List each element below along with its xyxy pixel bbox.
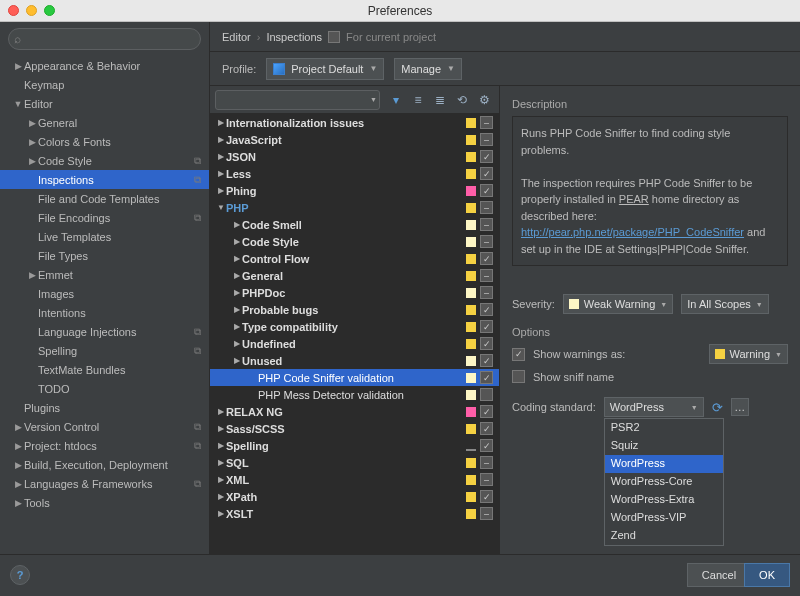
desc-link[interactable]: http://pear.php.net/package/PHP_CodeSnif… <box>521 226 744 238</box>
inspection-checkbox[interactable]: – <box>480 456 493 469</box>
inspection-row[interactable]: ▼PHP– <box>210 199 499 216</box>
sidebar-item-version-control[interactable]: ▶Version Control⧉ <box>0 417 209 436</box>
inspection-row[interactable]: PHP Mess Detector validation <box>210 386 499 403</box>
search-input[interactable] <box>8 28 201 50</box>
inspection-checkbox[interactable]: ✓ <box>480 422 493 435</box>
inspection-row[interactable]: ▶Undefined✓ <box>210 335 499 352</box>
sidebar-item-plugins[interactable]: Plugins <box>0 398 209 417</box>
inspection-row[interactable]: ▶Less✓ <box>210 165 499 182</box>
inspection-row[interactable]: ▶Unused✓ <box>210 352 499 369</box>
inspection-row[interactable]: ▶JavaScript– <box>210 131 499 148</box>
sidebar-item-keymap[interactable]: Keymap <box>0 75 209 94</box>
inspection-checkbox[interactable]: ✓ <box>480 320 493 333</box>
inspection-checkbox[interactable]: – <box>480 235 493 248</box>
coding-standard-dropdown[interactable]: WordPress ▼ PSR2SquizWordPressWordPress-… <box>604 397 704 417</box>
inspection-row[interactable]: ▶Code Smell– <box>210 216 499 233</box>
inspection-checkbox[interactable]: ✓ <box>480 252 493 265</box>
inspection-checkbox[interactable]: ✓ <box>480 439 493 452</box>
inspection-checkbox[interactable]: – <box>480 269 493 282</box>
refresh-icon[interactable]: ⟳ <box>712 400 723 415</box>
inspection-row[interactable]: ▶Spelling✓ <box>210 437 499 454</box>
inspection-row[interactable]: ▶XML– <box>210 471 499 488</box>
sidebar-item-live-templates[interactable]: Live Templates <box>0 227 209 246</box>
inspection-checkbox[interactable]: – <box>480 473 493 486</box>
inspection-checkbox[interactable]: ✓ <box>480 354 493 367</box>
sidebar-item-textmate-bundles[interactable]: TextMate Bundles <box>0 360 209 379</box>
sidebar-item-appearance-behavior[interactable]: ▶Appearance & Behavior <box>0 56 209 75</box>
inspection-row[interactable]: ▶Type compatibility✓ <box>210 318 499 335</box>
chevron-down-icon[interactable]: ▼ <box>370 96 377 103</box>
show-warnings-checkbox[interactable]: ✓ <box>512 348 525 361</box>
browse-button[interactable]: … <box>731 398 749 416</box>
expand-all-icon[interactable]: ≡ <box>409 91 427 109</box>
inspection-checkbox[interactable]: ✓ <box>480 371 493 384</box>
sidebar-item-tools[interactable]: ▶Tools <box>0 493 209 512</box>
scope-dropdown[interactable]: In All Scopes ▼ <box>681 294 769 314</box>
sidebar-item-editor[interactable]: ▼Editor <box>0 94 209 113</box>
ok-button[interactable]: OK <box>744 563 790 587</box>
coding-standard-option[interactable]: WordPress-Core <box>605 473 723 491</box>
sidebar-item-colors-fonts[interactable]: ▶Colors & Fonts <box>0 132 209 151</box>
sidebar-item-file-types[interactable]: File Types <box>0 246 209 265</box>
inspection-row[interactable]: ▶Control Flow✓ <box>210 250 499 267</box>
inspection-checkbox[interactable]: – <box>480 201 493 214</box>
severity-dropdown[interactable]: Weak Warning ▼ <box>563 294 673 314</box>
inspection-checkbox[interactable]: ✓ <box>480 303 493 316</box>
inspection-checkbox[interactable]: ✓ <box>480 337 493 350</box>
inspection-checkbox[interactable]: ✓ <box>480 490 493 503</box>
cancel-button[interactable]: Cancel <box>687 563 744 587</box>
inspection-row[interactable]: ▶XPath✓ <box>210 488 499 505</box>
sidebar-item-intentions[interactable]: Intentions <box>0 303 209 322</box>
sidebar-item-inspections[interactable]: Inspections⧉ <box>0 170 209 189</box>
sidebar-item-languages-frameworks[interactable]: ▶Languages & Frameworks⧉ <box>0 474 209 493</box>
inspection-row[interactable]: ▶Sass/SCSS✓ <box>210 420 499 437</box>
inspection-row[interactable]: ▶XSLT– <box>210 505 499 522</box>
manage-dropdown[interactable]: Manage ▼ <box>394 58 462 80</box>
sidebar-item-language-injections[interactable]: Language Injections⧉ <box>0 322 209 341</box>
inspection-checkbox[interactable]: ✓ <box>480 150 493 163</box>
show-sniff-checkbox[interactable] <box>512 370 525 383</box>
coding-standard-option[interactable]: Squiz <box>605 437 723 455</box>
sidebar-item-project-htdocs[interactable]: ▶Project: htdocs⧉ <box>0 436 209 455</box>
sidebar-item-emmet[interactable]: ▶Emmet <box>0 265 209 284</box>
profile-dropdown[interactable]: Project Default ▼ <box>266 58 384 80</box>
sidebar-item-build-execution-deployment[interactable]: ▶Build, Execution, Deployment <box>0 455 209 474</box>
inspection-row[interactable]: ▶Code Style– <box>210 233 499 250</box>
inspection-checkbox[interactable]: – <box>480 286 493 299</box>
sidebar-item-general[interactable]: ▶General <box>0 113 209 132</box>
sidebar-item-code-style[interactable]: ▶Code Style⧉ <box>0 151 209 170</box>
inspection-row[interactable]: ▶Internationalization issues– <box>210 114 499 131</box>
sidebar-item-images[interactable]: Images <box>0 284 209 303</box>
sidebar-item-spelling[interactable]: Spelling⧉ <box>0 341 209 360</box>
inspection-checkbox[interactable]: ✓ <box>480 405 493 418</box>
coding-standard-option[interactable]: Zend <box>605 527 723 545</box>
inspection-row[interactable]: ▶PHPDoc– <box>210 284 499 301</box>
warning-level-dropdown[interactable]: Warning ▼ <box>709 344 789 364</box>
inspection-row[interactable]: ▶JSON✓ <box>210 148 499 165</box>
inspection-row[interactable]: ▶Phing✓ <box>210 182 499 199</box>
reset-icon[interactable]: ⟲ <box>453 91 471 109</box>
inspection-checkbox[interactable]: – <box>480 133 493 146</box>
inspections-search-input[interactable] <box>215 90 380 110</box>
inspection-checkbox[interactable]: ✓ <box>480 167 493 180</box>
inspection-checkbox[interactable]: – <box>480 116 493 129</box>
sidebar-item-file-encodings[interactable]: File Encodings⧉ <box>0 208 209 227</box>
filter-icon[interactable]: ▾ <box>387 91 405 109</box>
crumb-editor[interactable]: Editor <box>222 31 251 43</box>
inspection-row[interactable]: ▶RELAX NG✓ <box>210 403 499 420</box>
inspection-row[interactable]: ▶Probable bugs✓ <box>210 301 499 318</box>
inspection-row[interactable]: PHP Code Sniffer validation✓ <box>210 369 499 386</box>
inspection-row[interactable]: ▶General– <box>210 267 499 284</box>
coding-standard-option[interactable]: PSR2 <box>605 419 723 437</box>
sidebar-item-todo[interactable]: TODO <box>0 379 209 398</box>
inspection-checkbox[interactable]: – <box>480 218 493 231</box>
collapse-all-icon[interactable]: ≣ <box>431 91 449 109</box>
help-button[interactable]: ? <box>10 565 30 585</box>
inspection-row[interactable]: ▶SQL– <box>210 454 499 471</box>
inspection-checkbox[interactable]: – <box>480 507 493 520</box>
sidebar-item-file-and-code-templates[interactable]: File and Code Templates <box>0 189 209 208</box>
inspection-checkbox[interactable]: ✓ <box>480 184 493 197</box>
gear-icon[interactable]: ⚙ <box>475 91 493 109</box>
coding-standard-option[interactable]: WordPress-Extra <box>605 491 723 509</box>
inspection-checkbox[interactable] <box>480 388 493 401</box>
